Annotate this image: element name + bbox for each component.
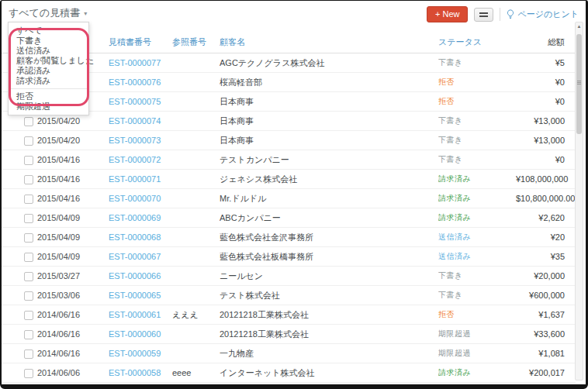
col-status[interactable]: ステータス (438, 33, 516, 53)
reference-number (172, 73, 220, 92)
estimate-number-link[interactable]: EST-0000069 (109, 213, 161, 222)
dropdown-item[interactable]: 顧客が閲覧しました (9, 56, 88, 66)
row-checkbox[interactable] (24, 175, 33, 184)
status-badge: 下書き (438, 58, 463, 67)
estimate-number-link[interactable]: EST-0000072 (109, 155, 161, 164)
scrollbar-thumb[interactable] (576, 34, 582, 134)
col-estimate-number[interactable]: 見積書番号 (109, 33, 172, 53)
row-checkbox[interactable] (24, 117, 33, 126)
col-total[interactable]: 総額 (516, 33, 576, 53)
estimate-number-link[interactable]: EST-0000070 (109, 194, 161, 203)
estimate-number-link[interactable]: EST-0000059 (109, 349, 161, 358)
reference-number (172, 170, 220, 189)
customer-name: 藍色株式会社板橋事務所 (220, 247, 438, 267)
row-checkbox[interactable] (24, 291, 33, 301)
estimate-number-link[interactable]: EST-0000060 (109, 329, 161, 339)
status-badge: 期限超過 (438, 349, 471, 357)
row-checkbox[interactable] (24, 349, 33, 359)
customer-name: 20121218工業株式会社 (220, 305, 438, 325)
estimate-date: 2015/03/27 (37, 267, 109, 286)
app-window: すべての見積書 ▾ + New ページのヒント 見積書番 (0, 0, 588, 389)
status-badge: 下書き (438, 291, 463, 299)
row-checkbox[interactable] (24, 136, 33, 146)
reference-number (172, 325, 220, 344)
table-row[interactable]: 2014/06/06 EST-0000058 eeee インターネット株式会社 … (2, 363, 576, 383)
table-row[interactable]: 2014/06/16 EST-0000059 一九物産 期限超過 ¥1,081 (2, 344, 576, 363)
table-row[interactable]: 2015/03/06 EST-0000065 テスト株式会社 下書き ¥600,… (2, 286, 576, 305)
scrollbar-up-arrow-icon[interactable]: ▲ (576, 24, 583, 29)
estimate-number-link[interactable]: EST-0000073 (109, 136, 161, 145)
row-checkbox[interactable] (24, 272, 33, 281)
list-view-button[interactable] (474, 8, 493, 22)
table-row[interactable]: 2015/04/09 EST-0000069 ABCカンパニー 請求済み ¥2,… (2, 208, 576, 228)
table-row[interactable]: 2015/03/27 EST-0000066 ニールセン 下書き ¥20,000 (2, 267, 576, 286)
customer-name: ニールセン (220, 267, 438, 286)
new-button[interactable]: + New (427, 6, 468, 22)
dropdown-item[interactable]: 期限超過 (9, 102, 88, 112)
table-row[interactable]: 2014/06/16 EST-0000061 えええ 20121218工業株式会… (2, 305, 576, 325)
vertical-scrollbar[interactable]: ▲ (575, 22, 583, 380)
customer-name: 桜高軽音部 (220, 73, 438, 92)
total-amount: ¥0 (516, 73, 576, 92)
reference-number (172, 112, 220, 131)
total-amount: ¥5 (516, 53, 576, 73)
status-badge: 下書き (438, 136, 463, 144)
estimate-number-link[interactable]: EST-0000065 (109, 291, 161, 300)
customer-name: 日本商事 (220, 112, 438, 131)
col-reference-number[interactable]: 参照番号 (172, 33, 220, 53)
table-row[interactable]: 2015/04/16 EST-0000072 テストカンパニー 下書き ¥0 (2, 150, 576, 170)
reference-number (172, 92, 220, 112)
row-checkbox[interactable] (24, 214, 33, 223)
reference-number (172, 344, 220, 363)
estimate-number-link[interactable]: EST-0000071 (109, 174, 161, 184)
reference-number (172, 228, 220, 247)
dropdown-item[interactable]: 承認済み (9, 66, 88, 76)
status-badge: 拒否 (438, 77, 455, 86)
dropdown-item[interactable]: すべて (9, 26, 88, 36)
table-row[interactable]: 2015/04/16 EST-0000070 Mr.ドルドル 請求済み $10,… (2, 189, 576, 208)
reference-number (172, 267, 220, 286)
row-checkbox[interactable] (24, 233, 33, 243)
dropdown-item[interactable]: 送信済み (9, 46, 88, 56)
dropdown-item[interactable]: 請求済み (9, 76, 88, 86)
estimate-number-link[interactable]: EST-0000068 (109, 232, 161, 242)
row-checkbox[interactable] (24, 253, 33, 262)
row-checkbox[interactable] (24, 156, 33, 165)
estimate-date: 2015/04/16 (37, 150, 109, 170)
table-row[interactable]: 2015/04/09 EST-0000067 藍色株式会社板橋事務所 送信済み … (2, 247, 576, 267)
estimate-number-link[interactable]: EST-0000067 (109, 252, 161, 261)
total-amount: ¥13,000 (516, 112, 576, 131)
estimate-number-link[interactable]: EST-0000058 (109, 368, 161, 377)
estimate-number-link[interactable]: EST-0000061 (109, 310, 161, 319)
hamburger-icon (479, 12, 488, 14)
estimate-number-link[interactable]: EST-0000066 (109, 271, 161, 281)
caret-down-icon[interactable]: ▾ (84, 10, 87, 17)
estimate-date: 2015/04/09 (37, 208, 109, 228)
row-checkbox[interactable] (24, 369, 33, 378)
estimate-number-link[interactable]: EST-0000077 (109, 58, 161, 67)
row-checkbox[interactable] (24, 311, 33, 320)
table-row[interactable]: 2014/06/16 EST-0000060 20121218工業株式会社 期限… (2, 325, 576, 344)
total-amount: $10,800,000.00 (516, 189, 576, 208)
estimate-number-link[interactable]: EST-0000074 (109, 116, 161, 126)
dropdown-divider (9, 88, 88, 89)
estimate-number-link[interactable]: EST-0000075 (109, 97, 161, 106)
view-selector[interactable]: すべての見積書 ▾ (9, 6, 87, 20)
total-amount: ¥20 (516, 228, 576, 247)
row-checkbox[interactable] (24, 194, 33, 204)
status-badge: 拒否 (438, 97, 455, 105)
status-badge: 請求済み (438, 368, 471, 377)
table-row[interactable]: 2015/04/16 EST-0000071 ジェネシス株式会社 請求済み ¥1… (2, 170, 576, 189)
estimate-number-link[interactable]: EST-0000076 (109, 77, 161, 87)
page-title: すべての見積書 (9, 6, 80, 20)
table-row[interactable]: 2015/04/09 EST-0000068 藍色株式会社金沢事務所 送信済み … (2, 228, 576, 247)
page-hint-link[interactable]: ページのヒント (507, 9, 579, 20)
col-customer-name[interactable]: 顧客名 (220, 33, 438, 53)
toolbar-divider (500, 8, 500, 21)
estimate-date: 2014/06/06 (37, 363, 109, 383)
dropdown-item[interactable]: 拒否 (9, 91, 88, 102)
reference-number: eeee (172, 363, 220, 383)
row-checkbox[interactable] (24, 330, 33, 339)
table-row[interactable]: 2015/04/20 EST-0000073 日本商事 下書き ¥13,000 (2, 131, 576, 150)
dropdown-item[interactable]: 下書き (9, 36, 88, 46)
